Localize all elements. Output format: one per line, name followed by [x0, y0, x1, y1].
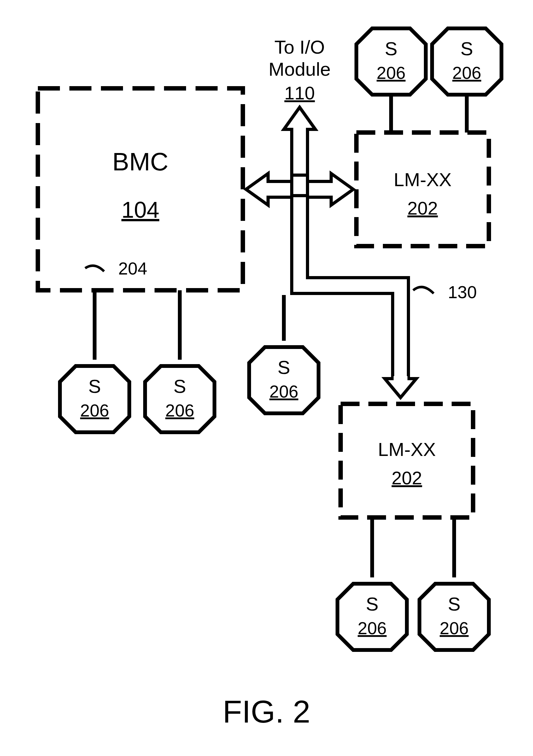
svg-rect-13	[293, 177, 306, 196]
svg-text:S: S	[461, 38, 473, 59]
lmxx-bottom-block: LM-XX 202	[341, 404, 473, 518]
callout-130: 130	[413, 283, 477, 302]
svg-text:S: S	[366, 593, 379, 615]
bmc-label: BMC	[112, 148, 169, 176]
sensor-lmxx-top-right: S 206	[432, 28, 501, 94]
svg-text:206: 206	[440, 618, 469, 638]
svg-text:206: 206	[80, 401, 109, 420]
callout-130-text: 130	[448, 283, 477, 302]
svg-text:S: S	[173, 376, 186, 397]
svg-text:S: S	[278, 357, 290, 378]
figure-caption: FIG. 2	[223, 694, 310, 729]
svg-rect-16	[293, 275, 306, 281]
bus-arrow-left	[246, 174, 292, 205]
sensor-lmxx-bot-right: S 206	[419, 584, 489, 650]
svg-text:206: 206	[269, 382, 298, 401]
bus-arrow-up	[284, 107, 315, 175]
svg-text:206: 206	[377, 63, 406, 83]
svg-text:S: S	[88, 376, 101, 397]
lmxx-top-block: LM-XX 202	[357, 132, 489, 246]
svg-rect-18	[394, 376, 408, 381]
figure-canvas: BMC 104 204 S 206 S 206 To I/O Module 11…	[0, 0, 533, 756]
svg-marker-10	[284, 107, 315, 175]
lmxx-top-label: LM-XX	[394, 169, 451, 190]
svg-text:206: 206	[165, 401, 194, 420]
svg-text:To I/O: To I/O	[274, 37, 325, 58]
svg-text:206: 206	[358, 618, 386, 638]
svg-marker-17	[385, 379, 416, 397]
lmxx-bottom-num: 202	[392, 468, 422, 488]
bmc-num: 104	[121, 197, 159, 223]
svg-text:110: 110	[284, 83, 315, 103]
svg-text:Module: Module	[269, 59, 331, 80]
sensor-bmc-left: S 206	[60, 366, 129, 432]
callout-204-text: 204	[118, 259, 147, 278]
sensor-lmxx-bot-left: S 206	[337, 584, 407, 650]
diagram-svg: BMC 104 204 S 206 S 206 To I/O Module 11…	[0, 0, 533, 756]
sensor-bmc-right: S 206	[145, 366, 214, 432]
svg-text:S: S	[448, 593, 461, 615]
lmxx-top-num: 202	[408, 198, 438, 218]
callout-204: 204	[85, 259, 147, 278]
svg-text:206: 206	[452, 63, 481, 83]
svg-marker-12	[307, 174, 353, 205]
svg-text:S: S	[385, 38, 397, 59]
svg-marker-11	[246, 174, 292, 205]
lmxx-bottom-label: LM-XX	[378, 439, 436, 460]
bus-arrow-right	[307, 174, 353, 205]
io-module-label: To I/O Module 110	[269, 37, 331, 103]
svg-rect-29	[341, 404, 473, 518]
sensor-lmxx-top-left: S 206	[357, 28, 426, 94]
sensor-bus-middle: S 206	[249, 347, 319, 413]
